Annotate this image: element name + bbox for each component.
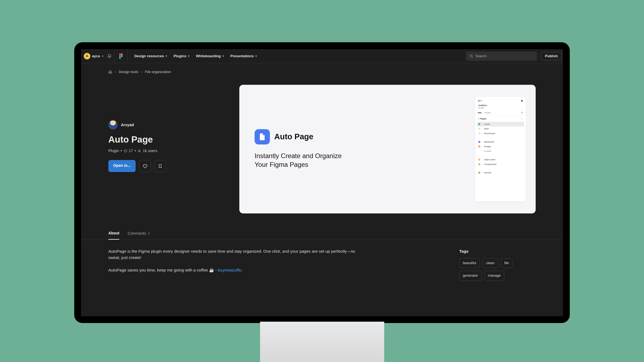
svg-point-4 [119, 57, 121, 59]
sidebar-toggle-icon: ▣ [521, 99, 523, 102]
svg-point-6 [139, 150, 140, 151]
preview-page-item: •Wireframe [477, 140, 524, 144]
plugin-logo-icon [255, 129, 270, 144]
svg-point-0 [119, 53, 121, 55]
about-paragraph-1: AutoPage is the Figma plugin every desig… [108, 248, 368, 261]
heart-icon [124, 149, 127, 153]
monitor-stand [260, 322, 384, 362]
tags-label: Tags [459, 248, 536, 254]
preview-page-item: •↳ v1.0 [477, 149, 524, 153]
figma-logo-icon[interactable] [115, 49, 128, 63]
author-avatar[interactable] [108, 120, 118, 129]
preview-page-item: •Cover [477, 122, 524, 126]
preview-drafts: Drafts [478, 107, 484, 109]
panel-toggle-icon: ▤ ▾ [478, 99, 482, 102]
search-icon [521, 111, 523, 114]
preview-subtitle: Instantly Create and Organize Your Figma… [255, 152, 347, 169]
preview-panel: ▤ ▾ ▣ Untitled ▾ Drafts File Assets [475, 97, 526, 201]
search-icon [469, 54, 473, 58]
buymeacoffe-link[interactable]: buymeacoffe [218, 268, 241, 272]
preview-pages-label: Pages [480, 117, 487, 120]
preview-page-item: •Archive [477, 170, 524, 175]
user-name[interactable]: ayca [92, 54, 100, 58]
about-paragraph-2: AutoPage saves you time, keep me going w… [108, 267, 368, 273]
home-icon[interactable] [108, 70, 112, 74]
chevron-down-icon[interactable]: ▾ [102, 55, 103, 58]
nav-presentations[interactable]: Presentations▾ [230, 54, 257, 58]
preview-title: Auto Page [274, 132, 313, 141]
tag-beautiful[interactable]: beautiful [459, 258, 480, 268]
add-page-icon: ＋ [520, 117, 523, 120]
like-button[interactable] [139, 160, 151, 172]
preview-page-item: •Design [477, 144, 524, 149]
svg-point-1 [121, 53, 123, 55]
search-placeholder: Search [475, 54, 487, 58]
plugin-preview: Auto Page Instantly Create and Organize … [239, 85, 536, 213]
monitor-frame: A ayca ▾ De [74, 42, 570, 323]
crumb-design-tools[interactable]: Design tools [119, 70, 138, 74]
topbar: A ayca ▾ De [81, 49, 563, 63]
svg-point-3 [121, 55, 123, 57]
about-body: AutoPage is the Figma plugin every desig… [108, 248, 368, 281]
page-meta: Plugin• 17• 1k users [108, 149, 228, 153]
bell-icon[interactable] [107, 54, 112, 58]
preview-page-item: •Components [477, 162, 524, 167]
preview-tab-file: File [478, 111, 482, 114]
tag-clean[interactable]: clean [482, 258, 498, 268]
preview-tab-assets: Assets [484, 111, 491, 114]
preview-page-item: •Style Guide [477, 157, 524, 162]
heart-icon [142, 164, 147, 168]
nav-whiteboarding[interactable]: Whiteboarding▾ [196, 54, 224, 58]
nav-design-resources[interactable]: Design resources▾ [134, 54, 167, 58]
bookmark-button[interactable] [154, 160, 166, 172]
breadcrumb: › Design tools › File organization [81, 63, 563, 74]
svg-point-7 [521, 112, 523, 113]
nav-plugins[interactable]: Plugins▾ [174, 54, 189, 58]
tag-generator[interactable]: generator [459, 271, 482, 280]
author-name[interactable]: Arsyad [121, 123, 134, 127]
tab-comments[interactable]: Comments 0 [127, 227, 150, 240]
svg-point-5 [470, 55, 472, 57]
user-avatar[interactable]: A [84, 53, 90, 59]
preview-page-item: •Moodboard [477, 131, 524, 136]
crumb-file-organization[interactable]: File organization [145, 70, 171, 74]
tag-manage[interactable]: manage [484, 271, 504, 280]
search-input[interactable]: Search [466, 52, 537, 61]
svg-point-2 [119, 55, 121, 57]
publish-button[interactable]: Publish [541, 52, 562, 60]
tab-about[interactable]: About [108, 227, 119, 240]
bookmark-icon [158, 164, 162, 168]
screen: A ayca ▾ De [81, 49, 563, 316]
page-title: Auto Page [108, 134, 228, 145]
preview-page-item: •Brief [477, 126, 524, 131]
open-in-button[interactable]: Open in... [108, 160, 136, 172]
users-icon [138, 149, 141, 153]
preview-file-title: Untitled [478, 104, 487, 107]
tag-file[interactable]: file [501, 258, 512, 268]
